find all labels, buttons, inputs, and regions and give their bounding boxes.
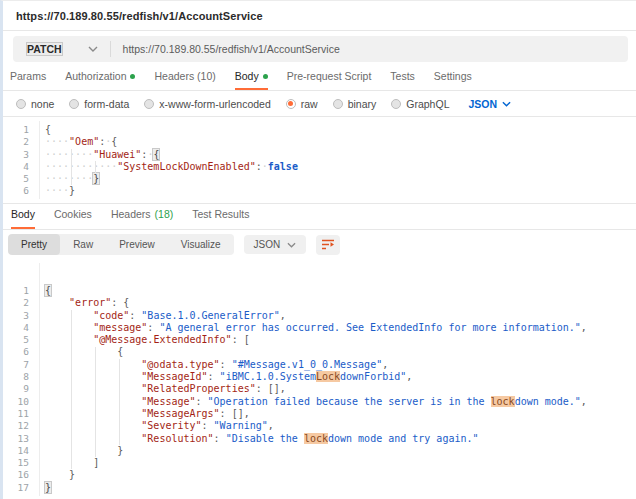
tab-params[interactable]: Params	[10, 70, 46, 90]
line-number: 3	[3, 149, 29, 161]
code-line: 12 "Severity": "Warning",	[3, 420, 636, 432]
code-line: 9 "RelatedProperties": [],	[3, 383, 636, 395]
code-line: 7 "@odata.type": "#Message.v1_0_0.Messag…	[3, 359, 636, 371]
radio-label: none	[31, 98, 54, 110]
code-line: 2····"Oem":·{	[3, 136, 636, 148]
body-type-binary[interactable]: binary	[333, 98, 377, 110]
view-pretty[interactable]: Pretty	[8, 234, 60, 255]
view-visualize[interactable]: Visualize	[168, 234, 234, 255]
line-number: 14	[3, 445, 29, 457]
line-number: 13	[3, 433, 29, 445]
response-tab-cookies[interactable]: Cookies	[54, 208, 92, 229]
response-tab-test-results[interactable]: Test Results	[192, 208, 249, 229]
line-number: 17	[3, 482, 29, 494]
green-status-dot-icon	[130, 74, 135, 79]
indent-guide	[95, 161, 96, 173]
tab-pre-request-script[interactable]: Pre-request Script	[287, 70, 372, 90]
response-toolbar: PrettyRawPreviewVisualize JSON	[3, 230, 636, 259]
tab-body[interactable]: Body	[235, 70, 268, 90]
line-number: 5	[3, 334, 29, 346]
radio-label: x-www-form-urlencoded	[159, 98, 270, 110]
line-number: 2	[3, 136, 29, 148]
response-format-select[interactable]: JSON	[244, 235, 307, 254]
chevron-down-icon	[502, 101, 511, 107]
code-line: 10 "Message": "Operation failed because …	[3, 396, 636, 408]
request-tabs: ParamsAuthorizationHeaders (10)BodyPre-r…	[3, 67, 636, 91]
line-number: 6	[3, 185, 29, 197]
body-format-select[interactable]: JSON	[468, 98, 511, 110]
tab-label: Test Results	[192, 208, 249, 220]
line-number: 4	[3, 161, 29, 173]
tab-count: (18)	[155, 208, 174, 220]
wrap-line-button[interactable]	[316, 235, 340, 255]
request-title: https://70.189.80.55/redfish/v1/AccountS…	[16, 10, 263, 22]
line-number: 12	[3, 420, 29, 432]
method-label: PATCH	[27, 43, 62, 55]
radio-icon	[144, 99, 154, 109]
response-format-label: JSON	[254, 239, 281, 250]
tab-settings[interactable]: Settings	[434, 70, 472, 90]
code-line: 5········}	[3, 173, 636, 185]
tab-label: Cookies	[54, 208, 92, 220]
line-number: 15	[3, 457, 29, 469]
tab-label: Authorization	[65, 70, 126, 82]
response-view-switch: PrettyRawPreviewVisualize	[8, 234, 234, 255]
body-format-label: JSON	[468, 98, 497, 110]
method-dropdown[interactable]: PATCH	[13, 43, 110, 55]
code-line: 2 "error": {	[3, 297, 636, 309]
view-raw[interactable]: Raw	[60, 234, 106, 255]
radio-icon	[69, 99, 79, 109]
code-line: 1{	[3, 124, 636, 136]
gutter-divider	[39, 121, 40, 199]
tab-label: Settings	[434, 70, 472, 82]
line-number: 11	[3, 408, 29, 420]
code-line: 6····}	[3, 185, 636, 197]
response-tabs: BodyCookiesHeaders(18)Test Results	[3, 204, 636, 230]
body-type-graphql[interactable]: GraphQL	[391, 98, 449, 110]
view-preview[interactable]: Preview	[106, 234, 168, 255]
body-type-x-www-form-urlencoded[interactable]: x-www-form-urlencoded	[144, 98, 270, 110]
radio-label: raw	[301, 98, 318, 110]
code-line: 3········"Huawei":·{	[3, 149, 636, 161]
code-line: 16 }	[3, 469, 636, 481]
request-body-editor[interactable]: 1{2····"Oem":·{3········"Huawei":·{4····…	[3, 117, 636, 204]
line-number: 6	[3, 346, 29, 358]
radio-icon	[391, 99, 401, 109]
line-number: 1	[3, 285, 29, 297]
tab-label: Body	[11, 208, 35, 220]
code-line: 14 }	[3, 445, 636, 457]
body-type-row: noneform-datax-www-form-urlencodedrawbin…	[3, 91, 636, 117]
indent-guide	[71, 310, 72, 470]
tab-headers-10[interactable]: Headers (10)	[154, 70, 215, 90]
tab-label: Headers	[111, 208, 151, 220]
body-type-form-data[interactable]: form-data	[69, 98, 129, 110]
code-line: 4············"SystemLockDownEnabled":·fa…	[3, 161, 636, 173]
line-number: 10	[3, 396, 29, 408]
code-line: 13 "Resolution": "Disable the lockdown m…	[3, 433, 636, 445]
radio-label: binary	[348, 98, 377, 110]
code-line: 3 "code": "Base.1.0.GeneralError",	[3, 310, 636, 322]
line-number: 3	[3, 310, 29, 322]
body-type-none[interactable]: none	[16, 98, 54, 110]
tab-label: Pre-request Script	[287, 70, 372, 82]
line-number: 7	[3, 359, 29, 371]
response-tab-headers[interactable]: Headers(18)	[111, 208, 173, 229]
body-type-raw[interactable]: raw	[286, 98, 318, 110]
response-body-editor[interactable]: 1{2 "error": {3 "code": "Base.1.0.Genera…	[3, 259, 636, 499]
code-line: 5 "@Message.ExtendedInfo": [	[3, 334, 636, 346]
tab-tests[interactable]: Tests	[390, 70, 415, 90]
code-line: 17}	[3, 482, 636, 494]
tab-label: Body	[235, 70, 259, 82]
chevron-down-icon	[88, 46, 98, 52]
radio-icon	[286, 99, 296, 109]
code-line: 15 ]	[3, 457, 636, 469]
radio-label: GraphQL	[406, 98, 449, 110]
url-input[interactable]: https://70.189.80.55/redfish/v1/AccountS…	[111, 43, 340, 55]
tab-label: Headers (10)	[154, 70, 215, 82]
line-number: 2	[3, 297, 29, 309]
gutter-divider	[39, 263, 40, 496]
response-tab-body[interactable]: Body	[11, 208, 35, 229]
line-number: 9	[3, 383, 29, 395]
url-box: PATCH https://70.189.80.55/redfish/v1/Ac…	[13, 36, 628, 62]
tab-authorization[interactable]: Authorization	[65, 70, 135, 90]
